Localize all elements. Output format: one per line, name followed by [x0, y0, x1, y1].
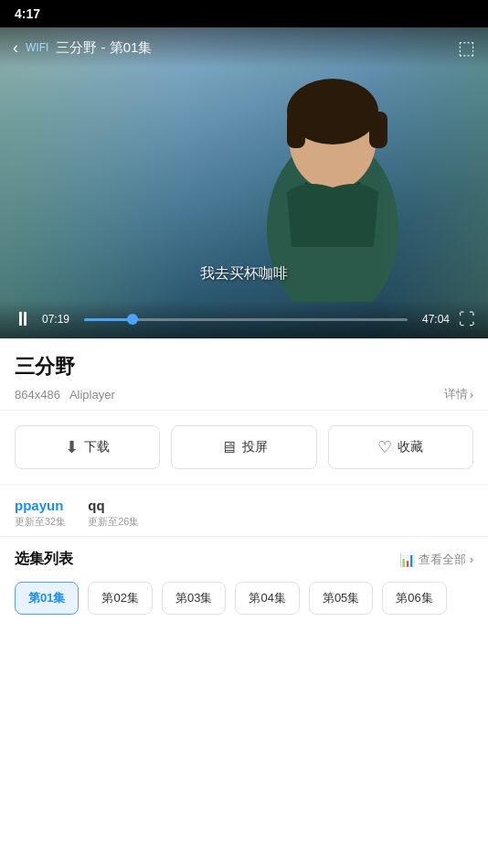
progress-fill [84, 318, 133, 321]
video-topbar: ‹ WIFI 三分野 - 第01集 ⬚ [0, 27, 488, 68]
source-tabs: ppayun 更新至32集 qq 更新至26集 [0, 485, 488, 537]
video-player-name: Aliplayer [69, 388, 115, 402]
action-buttons: ⬇ 下载 🖥 投屏 ♡ 收藏 [0, 411, 488, 485]
source-tab-qq-name: qq [88, 498, 104, 513]
episode-grid: 第01集 第02集 第03集 第04集 第05集 第06集 [15, 582, 473, 615]
info-section: 三分野 864x486 Aliplayer 详情 › [0, 338, 488, 411]
back-button[interactable]: ‹ [13, 38, 18, 58]
chevron-right-icon: › [470, 388, 473, 402]
status-time: 4:17 [15, 6, 40, 21]
episode-section: 选集列表 📊 查看全部 › 第01集 第02集 第03集 第04集 第05集 第… [0, 537, 488, 622]
progress-bar[interactable] [84, 318, 408, 321]
download-icon: ⬇ [65, 437, 79, 457]
total-time: 47:04 [417, 313, 450, 326]
video-meta: 864x486 Aliplayer 详情 › [15, 386, 473, 402]
fullscreen-button[interactable]: ⛶ [459, 310, 475, 329]
episode-header: 选集列表 📊 查看全部 › [15, 550, 473, 569]
cast-label: 投屏 [242, 439, 268, 455]
video-meta-left: 864x486 Aliplayer [15, 388, 115, 402]
view-all-label: 查看全部 [419, 552, 466, 568]
source-tab-qq[interactable]: qq 更新至26集 [88, 498, 139, 529]
svg-rect-3 [287, 112, 305, 148]
favorite-button[interactable]: ♡ 收藏 [328, 425, 473, 469]
download-label: 下载 [84, 439, 110, 455]
detail-link[interactable]: 详情 › [444, 386, 473, 402]
progress-thumb [127, 314, 138, 325]
source-tab-qq-update: 更新至26集 [88, 515, 139, 529]
current-time: 07:19 [42, 313, 75, 326]
episode-chip-5[interactable]: 第05集 [309, 582, 373, 615]
view-all-link[interactable]: 📊 查看全部 › [399, 552, 473, 568]
video-player[interactable]: ‹ WIFI 三分野 - 第01集 ⬚ 我去买杯咖啡 ⏸ 07:19 47:04… [0, 27, 488, 338]
detail-label: 详情 [444, 386, 468, 402]
chart-icon: 📊 [399, 552, 415, 567]
episode-chip-1[interactable]: 第01集 [15, 582, 79, 615]
episode-chip-6[interactable]: 第06集 [382, 582, 446, 615]
show-title: 三分野 [15, 353, 473, 380]
video-title-overlay: 三分野 - 第01集 [56, 39, 451, 57]
download-button[interactable]: ⬇ 下载 [15, 425, 160, 469]
cast-icon: 🖥 [220, 438, 237, 457]
source-tab-ppayun[interactable]: ppayun 更新至32集 [15, 498, 66, 529]
favorite-label: 收藏 [398, 439, 423, 455]
screencast-icon[interactable]: ⬚ [458, 37, 475, 59]
episode-section-title: 选集列表 [15, 550, 73, 569]
episode-chip-4[interactable]: 第04集 [235, 582, 299, 615]
pause-button[interactable]: ⏸ [13, 307, 33, 331]
video-controls: ⏸ 07:19 47:04 ⛶ [0, 300, 488, 338]
status-bar: 4:17 [0, 0, 488, 27]
chevron-right-icon-2: › [470, 552, 473, 566]
episode-chip-3[interactable]: 第03集 [162, 582, 226, 615]
source-tab-ppayun-name: ppayun [15, 498, 63, 513]
video-subtitle: 我去买杯咖啡 [200, 264, 288, 284]
wifi-indicator: WIFI [26, 41, 48, 54]
video-bg-foliage [0, 27, 183, 338]
video-resolution: 864x486 [15, 388, 60, 402]
video-bg-foliage-right [378, 27, 488, 338]
source-tab-ppayun-update: 更新至32集 [15, 515, 66, 529]
favorite-icon: ♡ [377, 437, 392, 457]
episode-chip-2[interactable]: 第02集 [88, 582, 152, 615]
cast-button[interactable]: 🖥 投屏 [171, 425, 316, 469]
